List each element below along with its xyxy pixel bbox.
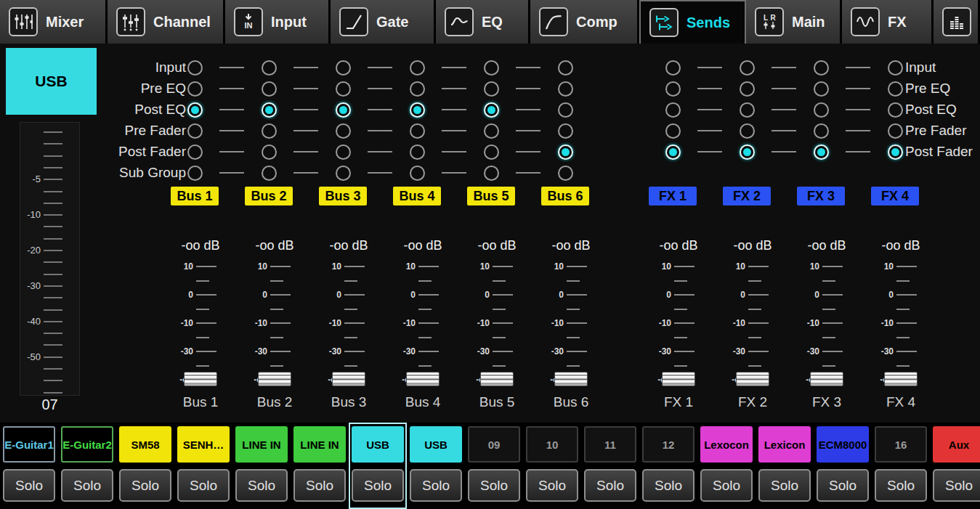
radio-fx-2-post-eq[interactable] bbox=[740, 102, 755, 118]
radio-bus-3-input[interactable] bbox=[336, 60, 351, 76]
solo-button-6[interactable]: Solo bbox=[293, 469, 346, 502]
solo-button-12[interactable]: Solo bbox=[642, 469, 694, 502]
radio-bus-1-post-eq[interactable] bbox=[187, 102, 203, 118]
radio-bus-5-input[interactable] bbox=[484, 60, 499, 76]
channel-button-line-in-5[interactable]: LINE IN bbox=[235, 426, 288, 463]
radio-fx-1-input[interactable] bbox=[665, 60, 681, 76]
solo-button-5[interactable]: Solo bbox=[235, 469, 288, 502]
tab-comp[interactable]: Comp bbox=[530, 0, 639, 44]
radio-fx-1-post-fader[interactable] bbox=[665, 144, 681, 160]
radio-bus-1-sub-group[interactable] bbox=[187, 166, 203, 181]
radio-fx-3-pre-fader[interactable] bbox=[814, 123, 829, 139]
tab-meters[interactable] bbox=[934, 0, 980, 44]
radio-bus-5-post-fader[interactable] bbox=[484, 144, 499, 160]
radio-bus-4-pre-fader[interactable] bbox=[410, 123, 425, 139]
tab-channel[interactable]: Channel bbox=[108, 0, 225, 44]
radio-bus-1-input[interactable] bbox=[187, 60, 203, 76]
send-fader-bus-2[interactable] bbox=[258, 372, 291, 386]
radio-bus-6-pre-fader[interactable] bbox=[558, 123, 573, 139]
radio-bus-3-pre-eq[interactable] bbox=[336, 81, 351, 97]
radio-fx-4-input[interactable] bbox=[888, 60, 903, 76]
channel-button-lexicon-14[interactable]: Lexicon bbox=[758, 426, 811, 463]
radio-bus-2-sub-group[interactable] bbox=[262, 166, 277, 181]
radio-bus-1-post-fader[interactable] bbox=[187, 144, 203, 160]
solo-button-1[interactable]: Solo bbox=[3, 469, 55, 502]
radio-bus-6-post-eq[interactable] bbox=[558, 102, 573, 118]
channel-button-12-12[interactable]: 12 bbox=[642, 426, 694, 463]
channel-button-usb-8[interactable]: USB bbox=[410, 426, 462, 463]
solo-button-14[interactable]: Solo bbox=[758, 469, 811, 502]
radio-bus-5-sub-group[interactable] bbox=[484, 166, 499, 181]
tab-input[interactable]: INInput bbox=[225, 0, 331, 44]
channel-button-10-10[interactable]: 10 bbox=[526, 426, 578, 463]
channel-button-lexocon-13[interactable]: Lexocon bbox=[700, 426, 753, 463]
radio-fx-2-post-fader[interactable] bbox=[740, 144, 755, 160]
radio-bus-4-sub-group[interactable] bbox=[410, 166, 425, 181]
radio-bus-2-pre-eq[interactable] bbox=[262, 81, 277, 97]
channel-button-e-guitar1-1[interactable]: E-Guitar1 bbox=[3, 426, 55, 463]
radio-bus-6-post-fader[interactable] bbox=[558, 144, 573, 160]
send-fader-bus-3[interactable] bbox=[332, 372, 365, 386]
channel-button-aux-17[interactable]: Aux bbox=[933, 426, 980, 463]
tab-mixer[interactable]: Mixer bbox=[0, 0, 108, 44]
solo-button-10[interactable]: Solo bbox=[526, 469, 578, 502]
radio-bus-2-post-fader[interactable] bbox=[262, 144, 277, 160]
solo-button-15[interactable]: Solo bbox=[817, 469, 869, 502]
radio-fx-3-post-eq[interactable] bbox=[814, 102, 829, 118]
solo-button-16[interactable]: Solo bbox=[875, 469, 927, 502]
solo-button-11[interactable]: Solo bbox=[584, 469, 636, 502]
radio-fx-3-pre-eq[interactable] bbox=[814, 81, 829, 97]
radio-bus-3-post-fader[interactable] bbox=[336, 144, 351, 160]
channel-button-11-11[interactable]: 11 bbox=[584, 426, 636, 463]
channel-button-senh-4[interactable]: SENH… bbox=[177, 426, 230, 463]
radio-bus-4-post-eq[interactable] bbox=[410, 102, 425, 118]
radio-bus-6-pre-eq[interactable] bbox=[558, 81, 573, 97]
radio-bus-5-pre-fader[interactable] bbox=[484, 123, 499, 139]
radio-fx-1-post-eq[interactable] bbox=[665, 102, 681, 118]
radio-bus-1-pre-fader[interactable] bbox=[187, 123, 203, 139]
radio-bus-2-pre-fader[interactable] bbox=[262, 123, 277, 139]
send-fader-fx-1[interactable] bbox=[662, 372, 695, 386]
radio-bus-2-post-eq[interactable] bbox=[262, 102, 277, 118]
radio-bus-3-post-eq[interactable] bbox=[336, 102, 351, 118]
channel-button-ecm8000-15[interactable]: ECM8000 bbox=[817, 426, 869, 463]
radio-fx-1-pre-fader[interactable] bbox=[665, 123, 681, 139]
send-fader-bus-1[interactable] bbox=[184, 372, 217, 386]
channel-button-09-9[interactable]: 09 bbox=[468, 426, 520, 463]
solo-button-9[interactable]: Solo bbox=[468, 469, 520, 502]
radio-fx-4-pre-fader[interactable] bbox=[888, 123, 903, 139]
send-fader-fx-2[interactable] bbox=[736, 372, 769, 386]
tab-main[interactable]: LRMain bbox=[746, 0, 842, 44]
radio-fx-2-input[interactable] bbox=[740, 60, 755, 76]
radio-bus-4-input[interactable] bbox=[410, 60, 425, 76]
radio-fx-4-post-eq[interactable] bbox=[888, 102, 903, 118]
send-fader-fx-4[interactable] bbox=[884, 372, 918, 386]
radio-fx-4-pre-eq[interactable] bbox=[888, 81, 903, 97]
solo-button-17[interactable]: Solo bbox=[933, 469, 980, 502]
radio-bus-3-pre-fader[interactable] bbox=[336, 123, 351, 139]
solo-button-13[interactable]: Solo bbox=[700, 469, 753, 502]
solo-button-3[interactable]: Solo bbox=[119, 469, 171, 502]
channel-button-line-in-6[interactable]: LINE IN bbox=[293, 426, 346, 463]
solo-button-7[interactable]: Solo bbox=[352, 469, 404, 502]
channel-button-16-16[interactable]: 16 bbox=[875, 426, 927, 463]
tab-gate[interactable]: Gate bbox=[331, 0, 436, 44]
send-fader-bus-5[interactable] bbox=[480, 372, 514, 386]
radio-bus-5-post-eq[interactable] bbox=[484, 102, 499, 118]
send-fader-fx-3[interactable] bbox=[810, 372, 843, 386]
solo-button-2[interactable]: Solo bbox=[61, 469, 113, 502]
solo-button-8[interactable]: Solo bbox=[410, 469, 462, 502]
radio-bus-6-input[interactable] bbox=[558, 60, 573, 76]
radio-bus-1-pre-eq[interactable] bbox=[187, 81, 203, 97]
send-fader-bus-6[interactable] bbox=[554, 372, 588, 386]
channel-button-e-guitar2-2[interactable]: E-Guitar2 bbox=[61, 426, 113, 463]
tab-eq[interactable]: EQ bbox=[436, 0, 530, 44]
radio-bus-3-sub-group[interactable] bbox=[336, 166, 351, 181]
radio-fx-3-post-fader[interactable] bbox=[814, 144, 829, 160]
radio-fx-3-input[interactable] bbox=[814, 60, 829, 76]
radio-bus-2-input[interactable] bbox=[262, 60, 277, 76]
channel-button-usb-7[interactable]: USB bbox=[352, 426, 404, 463]
radio-bus-6-sub-group[interactable] bbox=[558, 166, 573, 181]
tab-fx[interactable]: FX bbox=[842, 0, 934, 44]
radio-fx-2-pre-eq[interactable] bbox=[740, 81, 755, 97]
